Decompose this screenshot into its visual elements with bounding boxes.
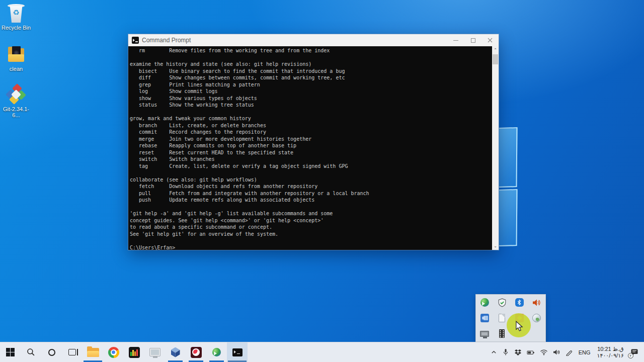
- task-view-icon: [68, 349, 76, 355]
- chevron-up-icon: [491, 349, 497, 355]
- speaker-icon: [553, 349, 560, 355]
- taskbar-system-monitor-app[interactable]: [144, 342, 165, 362]
- task-view-button[interactable]: [62, 342, 83, 362]
- hidden-icons-chevron[interactable]: [488, 342, 500, 362]
- window-title: Command Prompt: [142, 37, 447, 44]
- scrollbar-thumb[interactable]: [493, 54, 498, 64]
- tray-pen[interactable]: [563, 342, 575, 362]
- desktop-icon-label: Git-2.34.1-6...: [0, 106, 32, 118]
- taskbar-file-explorer[interactable]: [83, 342, 103, 362]
- clock-date: ۱۴۰۰/۰۹/۱۶: [597, 352, 624, 359]
- taskbar-search-button[interactable]: [21, 342, 41, 362]
- tray-volume[interactable]: [550, 342, 563, 362]
- tray-filmstrip-icon[interactable]: [496, 328, 508, 340]
- desktop-icon-clean-folder[interactable]: clean: [0, 44, 32, 72]
- taskbar-virtualbox[interactable]: [165, 342, 186, 362]
- folder-icon: [6, 44, 26, 64]
- virtualbox-icon: [170, 347, 181, 358]
- action-center-button[interactable]: ۲: [627, 342, 642, 362]
- mouse-cursor: [515, 321, 523, 332]
- cortana-button[interactable]: [41, 342, 62, 362]
- taskbar-command-prompt[interactable]: [227, 342, 248, 362]
- idm-icon: [212, 348, 221, 356]
- window-titlebar[interactable]: Command Prompt: [128, 34, 499, 46]
- start-button[interactable]: [0, 342, 21, 362]
- close-button[interactable]: [481, 34, 499, 46]
- cmd-window-icon: [132, 37, 139, 44]
- notification-badge: ۲: [628, 353, 633, 358]
- desktop-icon-label: clean: [0, 66, 32, 72]
- tray-display-settings-icon[interactable]: [478, 312, 491, 324]
- tray-wifi[interactable]: [537, 342, 550, 362]
- taskbar: ENG 10:21 ق.ظ ۱۴۰۰/۰۹/۱۶ ۲: [0, 342, 644, 362]
- tray-document-icon[interactable]: [496, 312, 508, 324]
- tray-battery[interactable]: [524, 342, 537, 362]
- taskbar-clock[interactable]: 10:21 ق.ظ ۱۴۰۰/۰۹/۱۶: [594, 342, 627, 362]
- tray-defender-icon[interactable]: [496, 297, 508, 309]
- tray-network-globe-icon[interactable]: [531, 312, 543, 324]
- command-prompt-window: Command Prompt rm Remove files from the …: [128, 34, 499, 250]
- minimize-button[interactable]: [447, 34, 464, 46]
- cortana-icon: [48, 349, 55, 356]
- tray-microphone[interactable]: [500, 342, 512, 362]
- tray-bluetooth-icon[interactable]: [513, 297, 525, 309]
- chrome-icon: [108, 347, 119, 358]
- taskbar-equalizer-app[interactable]: [124, 342, 144, 362]
- battery-icon: [527, 349, 535, 356]
- recycle-bin-icon: ♻: [6, 3, 26, 23]
- system-monitor-icon: [149, 348, 160, 356]
- desktop-wallpaper: ♻ Recycle Bin clean Git-2.34.1-6... Comm…: [0, 0, 644, 362]
- camtasia-icon: [191, 347, 202, 358]
- tray-volume-icon[interactable]: [531, 297, 543, 309]
- command-prompt-icon: [232, 348, 243, 356]
- console-scrollbar[interactable]: ⌃ ⌄: [492, 46, 499, 250]
- desktop-icon-label: Recycle Bin: [0, 25, 32, 31]
- microphone-icon: [502, 348, 509, 356]
- desktop-icon-recycle-bin[interactable]: ♻ Recycle Bin: [0, 3, 32, 31]
- taskbar-empty-area: [248, 342, 488, 362]
- windows-logo-icon: [6, 348, 15, 356]
- installer-icon: [6, 84, 26, 105]
- desktop-icon-git-installer[interactable]: Git-2.34.1-6...: [0, 84, 32, 118]
- maximize-button[interactable]: [464, 34, 481, 46]
- wifi-icon: [540, 349, 548, 355]
- taskbar-camtasia[interactable]: [186, 342, 206, 362]
- system-tray: ENG 10:21 ق.ظ ۱۴۰۰/۰۹/۱۶ ۲: [488, 342, 644, 362]
- tray-idm-icon[interactable]: [478, 297, 491, 309]
- tray-display-icon[interactable]: [478, 328, 491, 340]
- taskbar-idm[interactable]: [206, 342, 227, 362]
- scroll-up-icon[interactable]: ⌃: [492, 46, 499, 54]
- file-explorer-icon: [87, 348, 99, 357]
- console-text: rm Remove files from the working tree an…: [130, 47, 492, 250]
- scroll-down-icon[interactable]: ⌄: [492, 242, 499, 250]
- taskbar-chrome[interactable]: [103, 342, 124, 362]
- search-icon: [27, 348, 35, 356]
- language-indicator[interactable]: ENG: [575, 342, 594, 362]
- dropbox-icon: [514, 349, 522, 356]
- pen-icon: [566, 349, 573, 356]
- console-output-area[interactable]: rm Remove files from the working tree an…: [128, 46, 499, 250]
- equalizer-icon: [129, 347, 140, 358]
- tray-dropbox[interactable]: [512, 342, 524, 362]
- clock-time: 10:21 ق.ظ: [597, 346, 624, 352]
